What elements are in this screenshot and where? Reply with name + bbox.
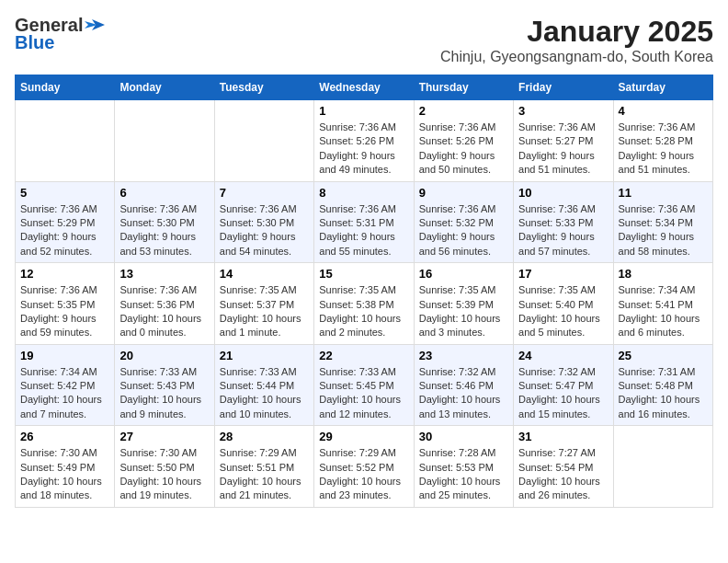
header-row: SundayMondayTuesdayWednesdayThursdayFrid… — [16, 75, 713, 100]
day-content: Sunrise: 7:35 AMSunset: 5:40 PMDaylight:… — [518, 283, 608, 340]
day-content: Sunrise: 7:36 AMSunset: 5:33 PMDaylight:… — [518, 202, 608, 259]
logo: General Blue — [15, 15, 105, 53]
day-number: 22 — [319, 349, 408, 362]
day-number: 17 — [518, 267, 608, 281]
calendar-cell: 18Sunrise: 7:34 AMSunset: 5:41 PMDayligh… — [613, 263, 712, 345]
calendar-cell: 25Sunrise: 7:31 AMSunset: 5:48 PMDayligh… — [613, 344, 712, 426]
calendar-cell: 11Sunrise: 7:36 AMSunset: 5:34 PMDayligh… — [613, 181, 712, 263]
calendar-week-3: 12Sunrise: 7:36 AMSunset: 5:35 PMDayligh… — [16, 263, 713, 345]
day-content: Sunrise: 7:34 AMSunset: 5:41 PMDaylight:… — [619, 283, 708, 340]
calendar-cell: 19Sunrise: 7:34 AMSunset: 5:42 PMDayligh… — [16, 344, 115, 426]
day-number: 6 — [119, 186, 209, 200]
calendar-cell: 21Sunrise: 7:33 AMSunset: 5:44 PMDayligh… — [214, 344, 313, 426]
calendar-cell: 13Sunrise: 7:36 AMSunset: 5:36 PMDayligh… — [115, 263, 214, 345]
calendar-cell — [115, 100, 214, 182]
day-number: 10 — [518, 186, 608, 200]
day-content: Sunrise: 7:36 AMSunset: 5:30 PMDaylight:… — [220, 202, 309, 259]
day-number: 11 — [619, 186, 708, 200]
day-content: Sunrise: 7:32 AMSunset: 5:47 PMDaylight:… — [518, 365, 608, 422]
calendar-week-5: 26Sunrise: 7:30 AMSunset: 5:49 PMDayligh… — [16, 426, 713, 508]
header-day-friday: Friday — [514, 75, 613, 100]
header-day-sunday: Sunday — [16, 75, 115, 100]
day-content: Sunrise: 7:33 AMSunset: 5:43 PMDaylight:… — [119, 365, 209, 422]
header-day-tuesday: Tuesday — [214, 75, 313, 100]
day-number: 13 — [119, 267, 209, 281]
day-content: Sunrise: 7:36 AMSunset: 5:27 PMDaylight:… — [518, 121, 608, 178]
calendar-header: SundayMondayTuesdayWednesdayThursdayFrid… — [16, 75, 713, 100]
calendar-cell: 23Sunrise: 7:32 AMSunset: 5:46 PMDayligh… — [414, 344, 513, 426]
calendar-cell: 4Sunrise: 7:36 AMSunset: 5:28 PMDaylight… — [613, 100, 712, 182]
calendar-cell: 20Sunrise: 7:33 AMSunset: 5:43 PMDayligh… — [115, 344, 214, 426]
day-content: Sunrise: 7:36 AMSunset: 5:29 PMDaylight:… — [20, 202, 109, 259]
day-number: 23 — [419, 349, 508, 362]
day-number: 28 — [220, 430, 309, 443]
day-number: 29 — [319, 430, 408, 443]
day-content: Sunrise: 7:36 AMSunset: 5:35 PMDaylight:… — [20, 283, 109, 340]
day-number: 7 — [220, 186, 309, 200]
day-number: 2 — [419, 104, 508, 118]
header-day-monday: Monday — [115, 75, 214, 100]
calendar-cell: 5Sunrise: 7:36 AMSunset: 5:29 PMDaylight… — [16, 181, 115, 263]
day-number: 30 — [419, 430, 508, 443]
calendar-cell: 30Sunrise: 7:28 AMSunset: 5:53 PMDayligh… — [414, 426, 513, 508]
calendar-cell: 27Sunrise: 7:30 AMSunset: 5:50 PMDayligh… — [115, 426, 214, 508]
calendar-week-1: 1Sunrise: 7:36 AMSunset: 5:26 PMDaylight… — [16, 100, 713, 182]
calendar-cell: 17Sunrise: 7:35 AMSunset: 5:40 PMDayligh… — [514, 263, 613, 345]
calendar-cell: 24Sunrise: 7:32 AMSunset: 5:47 PMDayligh… — [514, 344, 613, 426]
calendar-subtitle: Chinju, Gyeongsangnam-do, South Korea — [440, 49, 713, 65]
day-number: 24 — [518, 349, 608, 362]
day-content: Sunrise: 7:28 AMSunset: 5:53 PMDaylight:… — [419, 446, 508, 503]
day-number: 26 — [20, 430, 109, 443]
logo-bird-icon — [85, 17, 105, 34]
day-number: 14 — [220, 267, 309, 281]
day-number: 8 — [319, 186, 408, 200]
day-number: 4 — [619, 104, 708, 118]
day-number: 9 — [419, 186, 508, 200]
day-content: Sunrise: 7:33 AMSunset: 5:45 PMDaylight:… — [319, 365, 408, 422]
day-content: Sunrise: 7:36 AMSunset: 5:26 PMDaylight:… — [419, 121, 508, 178]
calendar-cell: 7Sunrise: 7:36 AMSunset: 5:30 PMDaylight… — [214, 181, 313, 263]
day-number: 31 — [518, 430, 608, 443]
calendar-cell: 3Sunrise: 7:36 AMSunset: 5:27 PMDaylight… — [514, 100, 613, 182]
title-block: January 2025 Chinju, Gyeongsangnam-do, S… — [440, 15, 713, 65]
day-number: 15 — [319, 267, 408, 281]
calendar-cell: 9Sunrise: 7:36 AMSunset: 5:32 PMDaylight… — [414, 181, 513, 263]
day-number: 3 — [518, 104, 608, 118]
day-number: 1 — [319, 104, 408, 118]
page-header: General Blue January 2025 Chinju, Gyeong… — [15, 15, 713, 65]
day-number: 20 — [119, 349, 209, 362]
day-content: Sunrise: 7:35 AMSunset: 5:37 PMDaylight:… — [220, 283, 309, 340]
calendar-cell: 14Sunrise: 7:35 AMSunset: 5:37 PMDayligh… — [214, 263, 313, 345]
day-content: Sunrise: 7:36 AMSunset: 5:28 PMDaylight:… — [619, 121, 708, 178]
day-number: 12 — [20, 267, 109, 281]
day-content: Sunrise: 7:34 AMSunset: 5:42 PMDaylight:… — [20, 365, 109, 422]
calendar-cell: 1Sunrise: 7:36 AMSunset: 5:26 PMDaylight… — [314, 100, 414, 182]
calendar-cell: 15Sunrise: 7:35 AMSunset: 5:38 PMDayligh… — [314, 263, 414, 345]
day-content: Sunrise: 7:36 AMSunset: 5:32 PMDaylight:… — [419, 202, 508, 259]
calendar-cell: 6Sunrise: 7:36 AMSunset: 5:30 PMDaylight… — [115, 181, 214, 263]
calendar-cell: 8Sunrise: 7:36 AMSunset: 5:31 PMDaylight… — [314, 181, 414, 263]
day-content: Sunrise: 7:35 AMSunset: 5:38 PMDaylight:… — [319, 283, 408, 340]
day-number: 5 — [20, 186, 109, 200]
calendar-cell — [613, 426, 712, 508]
day-content: Sunrise: 7:29 AMSunset: 5:51 PMDaylight:… — [220, 446, 309, 503]
day-number: 25 — [619, 349, 708, 362]
calendar-cell: 29Sunrise: 7:29 AMSunset: 5:52 PMDayligh… — [314, 426, 414, 508]
day-content: Sunrise: 7:27 AMSunset: 5:54 PMDaylight:… — [518, 446, 608, 503]
calendar-cell: 12Sunrise: 7:36 AMSunset: 5:35 PMDayligh… — [16, 263, 115, 345]
day-content: Sunrise: 7:32 AMSunset: 5:46 PMDaylight:… — [419, 365, 508, 422]
header-day-saturday: Saturday — [613, 75, 712, 100]
day-number: 21 — [220, 349, 309, 362]
day-content: Sunrise: 7:36 AMSunset: 5:34 PMDaylight:… — [619, 202, 708, 259]
day-number: 18 — [619, 267, 708, 281]
calendar-cell — [214, 100, 313, 182]
calendar-title: January 2025 — [440, 15, 713, 49]
calendar-cell: 22Sunrise: 7:33 AMSunset: 5:45 PMDayligh… — [314, 344, 414, 426]
day-content: Sunrise: 7:33 AMSunset: 5:44 PMDaylight:… — [220, 365, 309, 422]
calendar-week-4: 19Sunrise: 7:34 AMSunset: 5:42 PMDayligh… — [16, 344, 713, 426]
day-content: Sunrise: 7:29 AMSunset: 5:52 PMDaylight:… — [319, 446, 408, 503]
day-content: Sunrise: 7:30 AMSunset: 5:49 PMDaylight:… — [20, 446, 109, 503]
day-content: Sunrise: 7:30 AMSunset: 5:50 PMDaylight:… — [119, 446, 209, 503]
day-content: Sunrise: 7:31 AMSunset: 5:48 PMDaylight:… — [619, 365, 708, 422]
calendar-table: SundayMondayTuesdayWednesdayThursdayFrid… — [15, 75, 713, 508]
